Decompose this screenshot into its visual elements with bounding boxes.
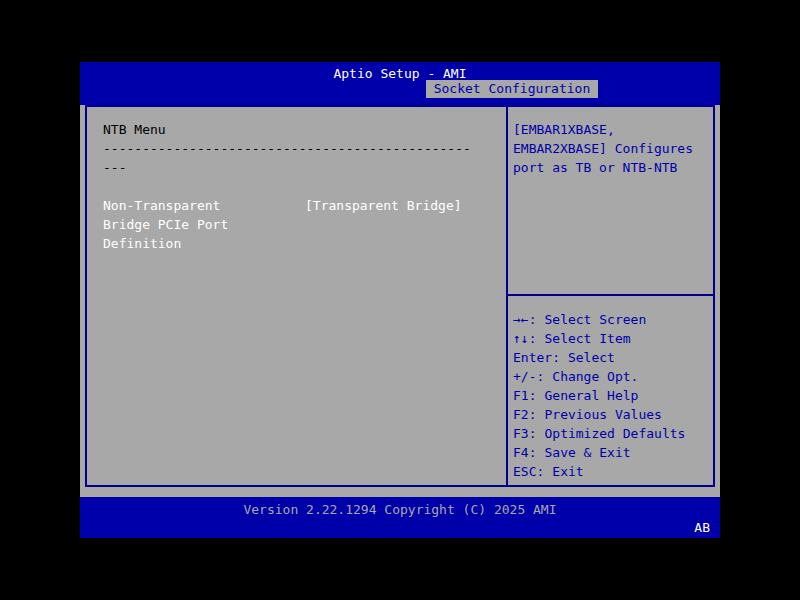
key-label: Enter: xyxy=(513,350,560,365)
bios-setup-screen: Aptio Setup - AMI Socket Configuration N… xyxy=(80,62,720,538)
content-box: NTB Menu -------------------------------… xyxy=(85,105,715,487)
key-hint-select-item: ↑↓:Select Item xyxy=(513,329,713,348)
key-action: Select Screen xyxy=(544,312,646,327)
version-text: Version 2.22.1294 Copyright (C) 2025 AMI xyxy=(80,500,720,519)
help-separator xyxy=(508,294,713,296)
menu-item-label: Non-Transparent Bridge PCIe Port Definit… xyxy=(103,196,305,253)
key-hint-f4: F4:Save & Exit xyxy=(513,443,713,462)
corner-text: AB xyxy=(694,518,710,537)
key-action: Save & Exit xyxy=(544,445,630,460)
key-hints: →←:Select Screen ↑↓:Select Item Enter:Se… xyxy=(513,310,713,481)
menu-item-label-line: Non-Transparent xyxy=(103,196,305,215)
key-hint-f2: F2:Previous Values xyxy=(513,405,713,424)
help-description-line: [EMBAR1XBASE, xyxy=(513,120,709,139)
key-hint-select-screen: →←:Select Screen xyxy=(513,310,713,329)
key-action: Previous Values xyxy=(544,407,661,422)
key-label: ESC: xyxy=(513,464,544,479)
bios-viewport: Aptio Setup - AMI Socket Configuration N… xyxy=(0,0,800,600)
key-label: F2: xyxy=(513,407,536,422)
help-panel: [EMBAR1XBASE, EMBAR2XBASE] Configures po… xyxy=(506,107,713,485)
app-title: Aptio Setup - AMI xyxy=(80,64,720,83)
help-description-line: EMBAR2XBASE] Configures xyxy=(513,139,709,158)
key-label: F1: xyxy=(513,388,536,403)
menu-item-ntb-port-definition[interactable]: Non-Transparent Bridge PCIe Port Definit… xyxy=(103,196,500,253)
key-action: Change Opt. xyxy=(552,369,638,384)
key-action: Select xyxy=(568,350,615,365)
key-action: Select Item xyxy=(544,331,630,346)
separator-dashes-line2: --- xyxy=(103,158,500,177)
key-action: Exit xyxy=(552,464,583,479)
key-hint-enter: Enter:Select xyxy=(513,348,713,367)
key-hint-change-opt: +/-:Change Opt. xyxy=(513,367,713,386)
key-hint-f3: F3:Optimized Defaults xyxy=(513,424,713,443)
spacer xyxy=(103,177,500,196)
key-action: Optimized Defaults xyxy=(544,426,685,441)
key-label: F3: xyxy=(513,426,536,441)
key-label: F4: xyxy=(513,445,536,460)
help-description-line: port as TB or NTB-NTB xyxy=(513,158,709,177)
key-label: →←: xyxy=(513,312,536,327)
main-area: NTB Menu -------------------------------… xyxy=(80,105,720,497)
footer-bar: Version 2.22.1294 Copyright (C) 2025 AMI… xyxy=(80,497,720,538)
menu-title: NTB Menu xyxy=(103,120,500,139)
menu-item-label-line: Bridge PCIe Port xyxy=(103,215,305,234)
tab-socket-configuration[interactable]: Socket Configuration xyxy=(426,80,598,98)
menu-item-label-line: Definition xyxy=(103,234,305,253)
key-label: ↑↓: xyxy=(513,331,536,346)
menu-panel: NTB Menu -------------------------------… xyxy=(87,107,506,485)
title-bar: Aptio Setup - AMI Socket Configuration xyxy=(80,62,720,105)
key-hint-esc: ESC:Exit xyxy=(513,462,713,481)
menu-item-value: [Transparent Bridge] xyxy=(305,196,462,253)
separator-dashes-line1: ----------------------------------------… xyxy=(103,139,500,158)
key-hint-f1: F1:General Help xyxy=(513,386,713,405)
key-action: General Help xyxy=(544,388,638,403)
key-label: +/-: xyxy=(513,369,544,384)
help-description: [EMBAR1XBASE, EMBAR2XBASE] Configures po… xyxy=(508,107,713,177)
